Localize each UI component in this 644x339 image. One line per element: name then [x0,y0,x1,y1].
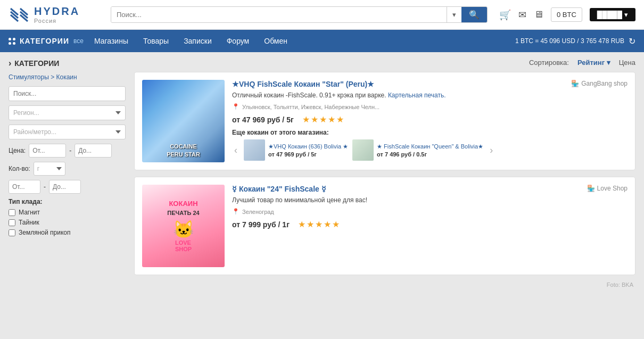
user-button[interactable]: █████ ▾ [590,8,635,21]
product-price-2: от 7 999 руб / 1г [232,220,290,229]
nav-categories-label: КАТЕГОРИИ [20,37,69,45]
related-image-1-1 [244,139,265,161]
product-title-2[interactable]: ☿ Кокаин "24" FishScale ☿ [232,185,628,193]
search-input[interactable] [111,7,447,22]
sidebar: КАТЕГОРИИ Стимуляторы > Кокаин Регион...… [9,59,126,288]
shop-label-1: GangBang shop [581,80,628,87]
nav-link-shops[interactable]: Магазины [94,37,128,45]
more-items-label-1: Еще кокаин от этого магазина: [232,129,628,136]
logo-title: HYDRA [34,5,80,18]
klad-zemlya-checkbox[interactable] [9,229,15,236]
search-submit-button[interactable]: 🔍 [461,7,487,22]
sort-rating[interactable]: Рейтинг ▾ [577,59,610,67]
klad-magnit-checkbox[interactable] [9,209,15,216]
monitor-icon[interactable]: 🖥 [534,9,543,20]
search-dropdown-button[interactable]: ▾ [447,7,461,22]
main-container: КАТЕГОРИИ Стимуляторы > Кокаин Регион...… [0,52,644,294]
location-pin-icon-2: 📍 [232,208,240,215]
product-image-cat-icon: 🐱 [173,219,194,239]
related-price-1-1: от 47 969 руб / 5г [268,151,348,158]
hydra-logo-icon [9,4,30,26]
nav-link-forum[interactable]: Форум [227,37,250,45]
foto-credit: Foto: BKA [134,282,635,288]
qty-to-input[interactable] [49,180,81,194]
logo-text: HYDRA Россия [34,5,80,24]
related-item-1-2: ★ FishScale Кокаин "Queen" & Bolivia★ от… [352,139,483,161]
exchange-rate: 1 BTC = 45 096 USD / 3 765 478 RUB ↻ [515,36,635,46]
klad-title: Тип клада: [9,198,126,205]
price-dash: - [69,147,71,154]
mail-icon[interactable]: ✉ [518,9,526,21]
qty-from-input[interactable] [9,180,40,194]
district-select[interactable]: Район/метро... [9,125,126,139]
product-desc-highlight-1: Картельная печать. [388,92,446,99]
refresh-icon[interactable]: ↻ [629,36,635,46]
logo-area: HYDRA Россия [9,4,104,26]
sidebar-search-input[interactable] [9,86,126,101]
klad-tainik-label: Тайник [19,219,39,226]
breadcrumb[interactable]: Стимуляторы > Кокаин [9,73,126,81]
related-info-1-1: ★VHQ Кокаин (636) Bolivia ★ от 47 969 ру… [268,143,348,158]
header: HYDRA Россия ▾ 🔍 🛒 ✉ 🖥 0 BTC █████ ▾ [0,0,644,30]
user-dropdown-icon: ▾ [624,11,628,19]
product-image-label-2a: КОКАИНПЕЧАТЬ 24 [167,200,199,218]
related-products-1: ‹ ★VHQ Кокаин (636) Bolivia ★ от 47 969 … [232,139,628,161]
carousel-prev-1[interactable]: ‹ [232,145,240,156]
product-price-1: от 47 969 руб / 5г [232,115,294,124]
sort-bar: Сортировка: Рейтинг ▾ Цена [134,59,635,67]
klad-magnit-row: Магнит [9,209,126,216]
product-stars-1: ★★★★★ [302,114,345,125]
related-title-1-1[interactable]: ★VHQ Кокаин (636) Bolivia ★ [268,143,348,150]
product-stars-2: ★★★★★ [298,219,341,229]
klad-zemlya-label: Земляной прикоп [19,229,70,236]
carousel-next-1[interactable]: › [488,145,495,156]
shop-label-2: Love Shop [597,185,628,192]
sort-label: Сортировка: [529,59,569,67]
cart-icon[interactable]: 🛒 [499,9,511,21]
qty-label: Кол-во: [9,165,30,172]
shop-name-2[interactable]: 🏪 Love Shop [587,185,628,192]
nav-link-exchange[interactable]: Обмен [264,37,287,45]
products-area: Сортировка: Рейтинг ▾ Цена COCAINEPERU S… [134,59,635,288]
qty-dash: - [44,183,46,191]
product-title-1[interactable]: ★VHQ FishScale Кокаин "Star" (Peru)★ [232,80,628,88]
product-image-2: КОКАИНПЕЧАТЬ 24 🐱 LOVESHOP [142,185,225,267]
product-card-2: КОКАИНПЕЧАТЬ 24 🐱 LOVESHOP 🏪 Love Shop ☿… [134,177,635,275]
related-title-1-2[interactable]: ★ FishScale Кокаин "Queen" & Bolivia★ [377,143,483,150]
product-image-label-2b: LOVESHOP [175,239,192,252]
product-location-1: 📍 Ульяновск, Тольятти, Ижевск, Набережны… [232,103,628,110]
sort-price[interactable]: Цена [619,59,635,67]
price-to-input[interactable] [75,144,112,158]
header-icons: 🛒 ✉ 🖥 0 BTC █████ ▾ [499,7,635,22]
logo-subtitle: Россия [34,18,80,24]
product-image-1: COCAINEPERU STAR [142,80,225,162]
nav-links: Магазины Товары Записки Форум Обмен [94,37,287,45]
product-price-row-2: от 7 999 руб / 1г ★★★★★ [232,219,628,229]
klad-tainik-checkbox[interactable] [9,219,15,226]
related-image-1-2 [352,139,374,161]
rate-text: 1 BTC = 45 096 USD / 3 765 478 RUB [515,37,624,45]
related-price-1-2: от 7 496 руб / 0.5г [377,151,483,158]
nav-link-goods[interactable]: Товары [143,37,169,45]
price-from-input[interactable] [29,144,66,158]
nav-all-link[interactable]: все [73,37,84,45]
price-filter-row: Цена: - [9,144,126,158]
shop-icon-1: 🏪 [571,80,579,87]
nav-link-notes[interactable]: Записки [184,37,212,45]
klad-tainik-row: Тайник [9,219,126,226]
product-desc-1: Отличный кокаин -FishScale. 0.91+ крэка … [232,92,628,99]
btc-balance: 0 BTC [551,7,582,22]
related-info-1-2: ★ FishScale Кокаин "Queen" & Bolivia★ от… [377,143,483,158]
klad-magnit-label: Магнит [19,209,40,216]
qty-unit-select[interactable]: г [34,162,65,176]
related-item-1-1: ★VHQ Кокаин (636) Bolivia ★ от 47 969 ру… [244,139,348,161]
navbar: КАТЕГОРИИ все Магазины Товары Записки Фо… [0,30,644,52]
user-button-label: █████ [597,11,622,19]
region-select[interactable]: Регион... [9,105,126,120]
product-info-1: 🏪 GangBang shop ★VHQ FishScale Кокаин "S… [232,80,628,162]
shop-name-1[interactable]: 🏪 GangBang shop [571,80,628,87]
product-desc-2: Лучший товар по минимальной цене для вас… [232,196,628,204]
nav-dots-icon [9,38,15,45]
search-bar: ▾ 🔍 [111,6,488,23]
price-label: Цена: [9,147,26,154]
